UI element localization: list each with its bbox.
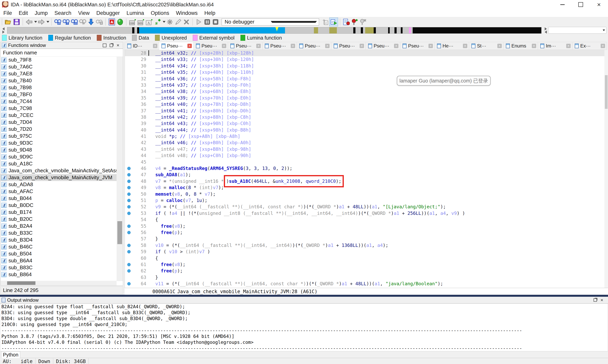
debugger-stop-button[interactable] <box>211 18 220 26</box>
tab-close-button[interactable]: × <box>428 44 433 48</box>
code-line-32[interactable]: 32 __int64 v36; // [xsp+58h] [xbp-F8h] <box>125 76 608 82</box>
problems-button[interactable]: A <box>108 18 116 26</box>
band-segment[interactable] <box>361 27 363 33</box>
band-segment[interactable] <box>388 27 390 33</box>
band-segment[interactable] <box>374 27 376 33</box>
tab-id[interactable]: ID···× <box>125 42 159 50</box>
functions-horizontal-scrollbar[interactable] <box>0 281 117 286</box>
tab-pseu[interactable]: Pseu···× <box>194 42 228 50</box>
code-line-64[interactable]: 64 v11 = (*(__int64 (__fastcall **)(__in… <box>125 281 608 287</box>
tab-close-button[interactable]: × <box>291 44 295 48</box>
back-history-dropdown[interactable] <box>33 18 37 26</box>
band-segment[interactable] <box>411 27 413 33</box>
debugger-start-button[interactable] <box>195 18 203 26</box>
function-row[interactable]: fsub_B864 <box>0 271 117 278</box>
debugger-pause-button[interactable] <box>203 18 211 26</box>
tab-close-button[interactable]: × <box>532 44 536 48</box>
function-row[interactable]: fsub_A18C <box>0 160 117 167</box>
function-row[interactable]: fsub_B33C <box>0 230 117 236</box>
band-segment[interactable] <box>395 27 397 33</box>
band-segment[interactable] <box>329 27 337 33</box>
breakpoint-list-button[interactable] <box>342 18 351 26</box>
menu-lumina[interactable]: Lumina <box>123 10 147 16</box>
tab-close-button[interactable]: × <box>394 44 398 48</box>
band-segment[interactable] <box>413 27 541 33</box>
search-values-button[interactable]: # <box>54 18 62 26</box>
tab-pseu[interactable]: Pseu···× <box>159 42 194 50</box>
tab-pseu[interactable]: Pseu···× <box>400 42 435 50</box>
quick-run-c-button[interactable]: C <box>329 18 338 26</box>
function-row[interactable]: fsub_B46C <box>0 243 117 250</box>
function-row[interactable]: fsub_9D48 <box>0 146 117 153</box>
band-segment[interactable] <box>376 27 388 33</box>
tab-close-button[interactable]: × <box>222 44 226 48</box>
code-line-53[interactable]: 53 if ( !a4 || !(*(unsigned __int8 (__fa… <box>125 210 608 216</box>
code-line-55[interactable]: 55 free(v8); <box>125 223 608 229</box>
delete-breakpoint-button[interactable] <box>359 18 367 26</box>
tab-close-button[interactable]: × <box>187 44 192 48</box>
menu-help[interactable]: Help <box>201 10 219 16</box>
function-row[interactable]: fsub_7B98 <box>0 84 117 91</box>
code-line-62[interactable]: 62 free(p); <box>125 268 608 274</box>
tab-close-button[interactable]: × <box>153 44 157 48</box>
code-line-37[interactable]: 37 __int64 v41; // [xsp+80h] [xbp-D0h] <box>125 108 608 114</box>
delete-function-button[interactable] <box>182 18 191 26</box>
search-binary-button[interactable]: 101 <box>70 18 79 26</box>
tab-pseu[interactable]: Pseu···× <box>228 42 263 50</box>
menu-debugger[interactable]: Debugger <box>93 10 123 16</box>
tab-enums[interactable]: Enums× <box>503 42 538 50</box>
band-zoom-combobox[interactable] <box>548 27 607 34</box>
code-line-61[interactable]: 61 free(v8); <box>125 261 608 268</box>
menu-options[interactable]: Options <box>147 10 172 16</box>
menu-search[interactable]: Search <box>51 10 75 16</box>
function-row[interactable]: fsub_9D9C <box>0 153 117 160</box>
code-line-38[interactable]: 38 __int64 v42; // [xsp+88h] [xbp-C8h] <box>125 114 608 120</box>
code-line-33[interactable]: 33 __int64 v37; // [xsp+60h] [xbp-F0h] <box>125 82 608 88</box>
make-code-button[interactable]: CODE <box>129 18 137 26</box>
function-row[interactable]: fsub_B6A4 <box>0 257 117 264</box>
band-segment[interactable] <box>356 27 361 33</box>
function-row[interactable]: fsub_7B40 <box>0 77 117 84</box>
tab-he[interactable]: He···× <box>435 42 469 50</box>
code-line-47[interactable]: 47 sub_ADA8(a1); <box>125 171 608 178</box>
function-row[interactable]: fsub_79F8 <box>0 56 117 63</box>
band-segment[interactable] <box>337 27 354 33</box>
band-segment[interactable] <box>353 27 356 33</box>
code-line-41[interactable]: 41 void *p; // [xsp+A8h] [xbp-A8h] <box>125 133 608 140</box>
tab-pseu[interactable]: Pseu···× <box>331 42 366 50</box>
band-scroll-right-group[interactable] <box>543 27 549 34</box>
search-text-button[interactable]: T <box>62 18 70 26</box>
function-row[interactable]: fsub_7BF0 <box>0 91 117 98</box>
navigation-band[interactable] <box>7 27 542 34</box>
band-segment[interactable] <box>137 27 139 33</box>
code-line-54[interactable]: 54 { <box>125 216 608 223</box>
code-line-59[interactable]: 59 if ( v10 > (int)v7 ) <box>125 248 608 255</box>
menu-jump[interactable]: Jump <box>31 10 51 16</box>
code-line-28[interactable]: 28 __int64 v32; // [xsp+28h] [xbp-128h] <box>125 50 608 56</box>
functions-window-header[interactable]: f Functions window × <box>0 42 123 49</box>
function-row[interactable]: fsub_B0DC <box>0 202 117 209</box>
forward-history-dropdown[interactable] <box>46 18 50 26</box>
code-line-63[interactable]: 63 } <box>125 274 608 281</box>
code-line-49[interactable]: 49 v8 = malloc(8 * (int)v7); <box>125 184 608 191</box>
tab-close-button[interactable]: × <box>463 44 467 48</box>
code-line-29[interactable]: 29 __int64 v33; // [xsp+30h] [xbp-120h] <box>125 56 608 63</box>
function-name-column-header[interactable]: Function name <box>0 49 123 57</box>
horizontal-splitter[interactable] <box>0 295 608 297</box>
tab-close-button[interactable]: × <box>497 44 502 48</box>
band-scroll-left[interactable] <box>0 27 6 34</box>
tab-close-button[interactable]: × <box>566 44 571 48</box>
band-segment[interactable] <box>7 27 132 33</box>
tab-pseu[interactable]: Pseu···× <box>297 42 331 50</box>
code-line-58[interactable]: 58 v10 = (*(__int64 (__fastcall **)(__in… <box>125 242 608 248</box>
tab-close-button[interactable]: × <box>601 44 605 48</box>
function-row[interactable]: fsub_B83C <box>0 264 117 271</box>
panel-close-button[interactable]: × <box>115 43 121 48</box>
rename-button[interactable] <box>174 18 182 26</box>
function-row[interactable]: fsub_7C44 <box>0 98 117 105</box>
code-line-30[interactable]: 30 __int64 v34; // [xsp+38h] [xbp-118h] <box>125 63 608 69</box>
band-segment[interactable] <box>314 27 318 33</box>
code-line-35[interactable]: 35 __int64 v39; // [xsp+70h] [xbp-E0h] <box>125 95 608 101</box>
code-line-40[interactable]: 40 __int64 v44; // [xsp+98h] [xbp-B8h] <box>125 127 608 133</box>
band-segment[interactable] <box>365 27 374 33</box>
